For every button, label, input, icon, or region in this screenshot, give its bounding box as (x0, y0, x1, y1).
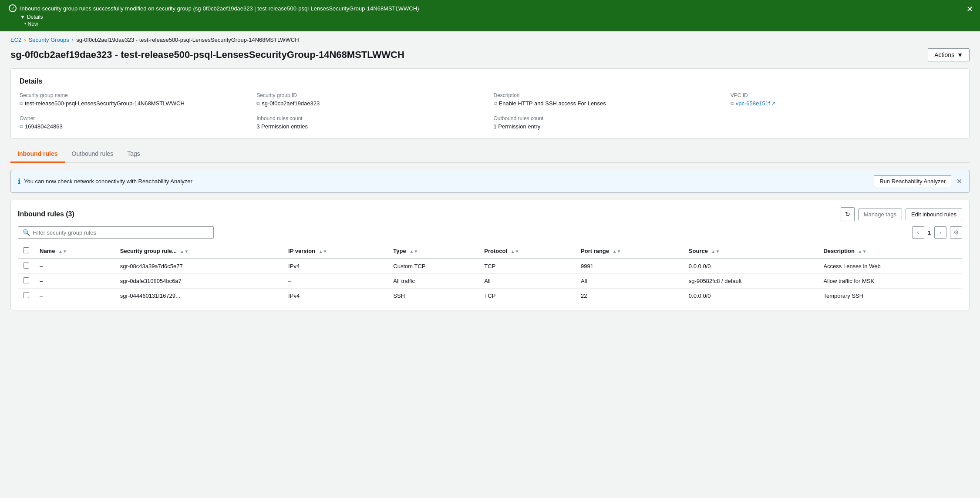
sort-icon: ▲▼ (711, 249, 720, 254)
inbound-rules-actions: ↻ Manage tags Edit inbound rules (841, 207, 962, 221)
sort-icon: ▲▼ (511, 249, 519, 254)
col-header-protocol: Protocol ▲▼ (479, 244, 576, 259)
detail-security-group-id: Security group ID ⧉ sg-0f0cb2aef19dae323 (256, 92, 486, 107)
chevron-down-icon: ▼ (20, 14, 25, 20)
detail-owner: Owner ⧉ 169480424863 (20, 115, 249, 130)
manage-tags-button[interactable]: Manage tags (858, 209, 902, 220)
pagination: ‹ 1 › ⚙ (912, 226, 962, 239)
table-row: – sgr-08c43a39a7d6c5e77 IPv4 Custom TCP … (18, 259, 962, 274)
select-all-checkbox[interactable] (23, 247, 29, 253)
inbound-rules-section: Inbound rules (3) ↻ Manage tags Edit inb… (10, 200, 970, 310)
breadcrumb-current: sg-0f0cb2aef19dae323 - test-release500-p… (76, 37, 299, 43)
row-checkbox-cell (18, 259, 34, 274)
breadcrumb: EC2 › Security Groups › sg-0f0cb2aef19da… (0, 31, 980, 43)
edit-inbound-rules-button[interactable]: Edit inbound rules (906, 209, 962, 220)
detail-security-group-name: Security group name ⧉ test-release500-ps… (20, 92, 249, 107)
actions-button[interactable]: Actions ▼ (928, 48, 970, 61)
table-row: – sgr-044460131f16729... IPv4 SSH TCP 22… (18, 289, 962, 303)
info-icon: ℹ (18, 177, 20, 185)
breadcrumb-sep-1: › (24, 37, 26, 43)
row-rule-id: sgr-044460131f16729... (115, 289, 283, 303)
details-grid: Security group name ⧉ test-release500-ps… (20, 92, 960, 130)
info-bar-message: ℹ You can now check network connectivity… (18, 177, 192, 185)
search-box: 🔍 (18, 226, 214, 239)
sort-icon: ▲▼ (613, 249, 621, 254)
detail-inbound-rules-count: Inbound rules count 3 Permission entries (256, 115, 486, 130)
prev-page-button[interactable]: ‹ (912, 226, 924, 239)
external-link-icon: ↗ (771, 101, 775, 106)
banner-message: ✓ Inbound security group rules successfu… (9, 4, 971, 12)
row-ip-version: IPv4 (283, 259, 388, 274)
row-type: All traffic (388, 274, 479, 289)
refresh-button[interactable]: ↻ (841, 207, 855, 221)
check-icon: ✓ (9, 4, 17, 12)
inbound-rules-table: Name ▲▼ Security group rule... ▲▼ IP ver… (18, 244, 962, 303)
detail-outbound-rules-count: Outbound rules count 1 Permission entry (494, 115, 724, 130)
details-card-title: Details (20, 77, 960, 85)
search-pagination-row: 🔍 ‹ 1 › ⚙ (18, 226, 962, 239)
tab-tags[interactable]: Tags (120, 146, 147, 163)
banner-close-button[interactable]: ✕ (967, 4, 973, 14)
tab-outbound-rules[interactable]: Outbound rules (65, 146, 121, 163)
copy-icon[interactable]: ⧉ (731, 101, 734, 106)
sort-icon: ▲▼ (319, 249, 327, 254)
row-checkbox[interactable] (23, 292, 29, 298)
row-protocol: All (479, 274, 576, 289)
row-rule-id: sgr-08c43a39a7d6c5e77 (115, 259, 283, 274)
detail-description: Description ⧉ Enable HTTP and SSH access… (494, 92, 724, 107)
copy-icon[interactable]: ⧉ (494, 101, 497, 106)
col-header-description: Description ▲▼ (818, 244, 962, 259)
sort-icon: ▲▼ (180, 249, 189, 254)
col-header-name: Name ▲▼ (34, 244, 115, 259)
success-banner: ✓ Inbound security group rules successfu… (0, 0, 980, 31)
col-header-source: Source ▲▼ (684, 244, 818, 259)
breadcrumb-security-groups[interactable]: Security Groups (29, 37, 69, 43)
row-port-range: All (576, 274, 684, 289)
col-header-type: Type ▲▼ (388, 244, 479, 259)
chevron-down-icon: ▼ (957, 51, 963, 58)
row-port-range: 9991 (576, 259, 684, 274)
row-checkbox[interactable] (23, 277, 29, 283)
row-type: Custom TCP (388, 259, 479, 274)
row-checkbox[interactable] (23, 262, 29, 269)
row-description: Allow traffic for MSK (818, 274, 962, 289)
inbound-rules-header: Inbound rules (3) ↻ Manage tags Edit inb… (18, 207, 962, 221)
row-description: Temporary SSH (818, 289, 962, 303)
sort-icon: ▲▼ (858, 249, 867, 254)
copy-icon[interactable]: ⧉ (20, 124, 23, 129)
row-checkbox-cell (18, 274, 34, 289)
details-toggle[interactable]: ▼ Details (20, 14, 971, 20)
inbound-rules-title: Inbound rules (3) (18, 210, 74, 218)
row-ip-version: – (283, 274, 388, 289)
row-name: – (34, 274, 115, 289)
row-ip-version: IPv4 (283, 289, 388, 303)
row-protocol: TCP (479, 289, 576, 303)
row-type: SSH (388, 289, 479, 303)
banner-new-item: • New (24, 21, 971, 27)
header-checkbox-col (18, 244, 34, 259)
row-checkbox-cell (18, 289, 34, 303)
table-header: Name ▲▼ Security group rule... ▲▼ IP ver… (18, 244, 962, 259)
page-title: sg-0f0cb2aef19dae323 - test-release500-p… (10, 49, 404, 61)
tab-inbound-rules[interactable]: Inbound rules (10, 146, 65, 163)
col-header-rule-id: Security group rule... ▲▼ (115, 244, 283, 259)
run-reachability-analyzer-button[interactable]: Run Reachability Analyzer (874, 175, 951, 187)
table-body: – sgr-08c43a39a7d6c5e77 IPv4 Custom TCP … (18, 259, 962, 303)
next-page-button[interactable]: › (934, 226, 946, 239)
col-header-ip-version: IP version ▲▼ (283, 244, 388, 259)
breadcrumb-sep-2: › (72, 37, 74, 43)
search-input[interactable] (33, 229, 209, 236)
info-bar-close-button[interactable]: ✕ (956, 177, 962, 185)
table-settings-button[interactable]: ⚙ (950, 226, 962, 239)
copy-icon[interactable]: ⧉ (20, 101, 23, 106)
page-header: sg-0f0cb2aef19dae323 - test-release500-p… (0, 43, 980, 68)
row-rule-id: sgr-0dafe3108054bc6a7 (115, 274, 283, 289)
col-header-port-range: Port range ▲▼ (576, 244, 684, 259)
sort-icon: ▲▼ (58, 249, 67, 254)
row-source: sg-90582fc8 / default (684, 274, 818, 289)
vpc-id-link[interactable]: vpc-658e151f ↗ (736, 100, 775, 107)
row-source: 0.0.0.0/0 (684, 259, 818, 274)
copy-icon[interactable]: ⧉ (256, 101, 260, 106)
tabs-container: Inbound rules Outbound rules Tags (10, 146, 970, 163)
breadcrumb-ec2[interactable]: EC2 (10, 37, 21, 43)
